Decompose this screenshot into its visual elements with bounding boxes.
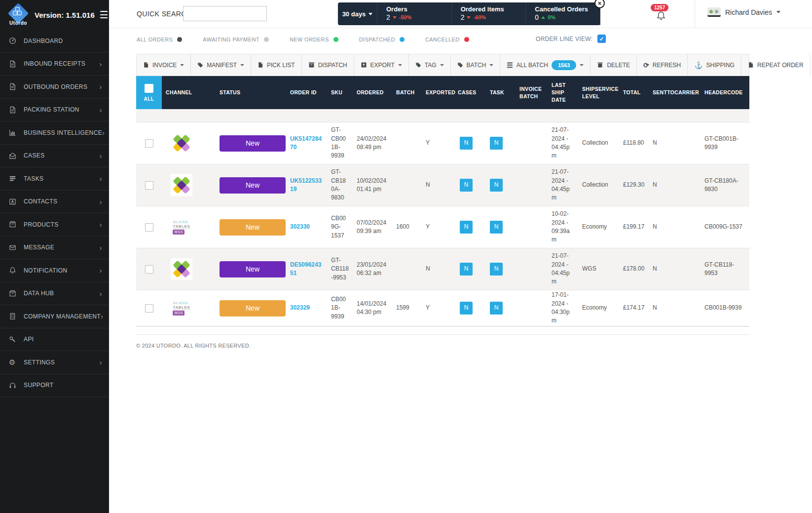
refresh-button[interactable]: REFRESH [637,54,688,76]
sidebar-item-data-hub[interactable]: DATA HUB [0,282,109,306]
chevron-right-icon [100,267,102,274]
sidebar-item-label: API [24,336,102,343]
sidebar-item-inbound-receipts[interactable]: INBOUND RECEIPTS [0,53,109,76]
column-header-invoice-batch: INVOICE BATCH [516,85,548,100]
row-checkbox[interactable] [145,223,153,232]
sku-cell: CB001B-9939 [327,295,353,321]
total-cell: £174.17 [619,304,649,312]
order-line-view-checkbox[interactable] [597,35,606,43]
sidebar-item-dashboard[interactable]: DASHBOARD [0,30,109,53]
status-badge[interactable]: New [220,261,286,277]
quick-search-input[interactable] [183,6,267,21]
sidebar-item-outbound-orders[interactable]: OUTBOUND ORDERS [0,76,109,99]
row-checkbox[interactable] [145,139,153,148]
status-badge[interactable]: New [220,135,286,152]
button-label: PICK LIST [267,62,295,69]
shipservice-level-cell: Collection [578,139,619,147]
row-checkbox[interactable] [145,181,153,190]
sidebar-item-contacts[interactable]: CONTACTS [0,191,109,214]
table-row: GLASSTABLESWGS New 302330 CB009G-1537 07… [136,206,749,248]
shipping-button[interactable]: SHIPPING [688,54,741,76]
close-icon[interactable] [594,0,605,8]
all-batch-button[interactable]: ALL BATCH 1563 [500,54,591,76]
export-button[interactable]: EXPORT [354,54,409,76]
filter-cancelled[interactable]: CANCELLED [425,37,469,42]
triangle-up-icon [541,16,545,19]
sku-cell: GT-CB001B-9939 [327,126,353,160]
chevron-down-icon [489,64,493,66]
glass-tables-text: GLASS [173,301,190,305]
row-checkbox[interactable] [145,265,153,274]
sidebar-item-label: SUPPORT [24,382,102,389]
shipservice-level-cell: WGS [578,265,619,273]
avatar [707,7,721,17]
task-badge: N [490,221,503,234]
sidebar-item-business-intelligence[interactable]: BUSINESS INTELLIGENCE [0,121,109,145]
filter-dispatched[interactable]: DISPATCHED [359,37,405,42]
order-id-link[interactable]: DE509624351 [290,261,321,276]
export-arrow-icon [361,62,367,68]
sidebar-item-products[interactable]: PRODUCTS [0,213,109,237]
sidebar-item-settings[interactable]: SETTINGS [0,351,109,374]
column-header-last-ship-date: LAST SHIP DATE [548,81,578,103]
stat-title: Cancelled Orders [535,5,600,13]
contact-card-icon [8,198,17,205]
sku-cell: CB009G-1537 [327,214,353,240]
order-id-link[interactable]: 302330 [290,223,310,230]
stat-delta: -50% [399,14,412,20]
tag-button[interactable]: TAG [409,54,451,76]
sidebar-item-packing-station[interactable]: PACKING STATION [0,99,109,122]
sidebar-item-message[interactable]: MESSAGE [0,237,109,260]
box-icon [8,290,17,297]
sidebar-item-cases[interactable]: CASES [0,145,109,168]
sidebar-item-support[interactable]: SUPPORT [0,374,109,397]
mail-open-icon [8,152,17,159]
batch-cell: 1599 [392,304,422,312]
sidebar-item-api[interactable]: API [0,328,109,352]
pick-list-button[interactable]: PICK LIST [251,54,302,76]
delete-button[interactable]: DELETE [591,54,637,76]
dispatch-button[interactable]: DISPATCH [302,54,354,76]
batch-button[interactable]: BATCH [451,54,501,76]
exported-cell: N [422,265,454,273]
status-badge[interactable]: New [220,219,286,236]
select-all-cell[interactable]: ALL [136,76,162,109]
box-icon [8,221,17,228]
user-menu[interactable]: Richard Davies [707,7,780,17]
stat-value: 2 [386,13,390,21]
period-dropdown[interactable]: 30 days [338,2,377,25]
row-checkbox[interactable] [145,304,153,313]
order-id-link[interactable]: UK512253319 [290,177,322,193]
gear-icon [8,358,17,367]
status-badge[interactable]: New [220,177,286,194]
last-ship-date-cell: 10-02-2024 - 09:39am [548,210,578,244]
filter-all-orders[interactable]: ALL ORDERS [137,37,182,42]
sidebar-item-label: CASES [24,152,100,159]
button-label: INVOICE [152,62,177,69]
column-header-headercode: HEADERCODE [701,89,749,96]
order-id-link[interactable]: 302329 [290,304,310,311]
hamburger-menu-icon[interactable] [100,10,109,20]
status-badge[interactable]: New [220,300,286,316]
repeat-order-button[interactable]: REPEAT ORDER [741,54,811,76]
sidebar-item-label: BUSINESS INTELLIGENCE [24,129,102,136]
status-dot-icon [264,37,269,42]
top-bar: QUICK SEARCH : 30 days Orders 2 -50% Ord… [109,0,812,28]
order-line-view-label: ORDER LINE VIEW: [536,36,592,42]
select-all-checkbox[interactable] [145,84,153,93]
glass-tables-badge: WGS [173,311,184,315]
invoice-button[interactable]: INVOICE [137,54,191,76]
button-label: ALL BATCH [517,62,548,69]
filter-awaiting-payment[interactable]: AWAITING PAYMENT [203,37,269,42]
manifest-button[interactable]: MANIFEST [191,54,251,76]
stat-card-ordered-items: Ordered items 2 -60% [452,2,526,25]
settings-button[interactable]: SETTINGS [811,54,812,76]
sidebar-item-company-management[interactable]: COMPANY MANAGEMENT [0,305,109,328]
filter-new-orders[interactable]: NEW ORDERS [290,37,338,42]
order-id-link[interactable]: UK514728470 [290,135,322,151]
sidebar-item-tasks[interactable]: TASKS [0,167,109,191]
stat-card-orders: Orders 2 -50% [377,2,452,25]
sidebar: Utordo Version: 1.51.016 DASHBOARD INBOU… [0,0,109,513]
sidebar-item-notification[interactable]: NOTIFICATION [0,259,109,282]
status-dot-icon [400,37,405,42]
